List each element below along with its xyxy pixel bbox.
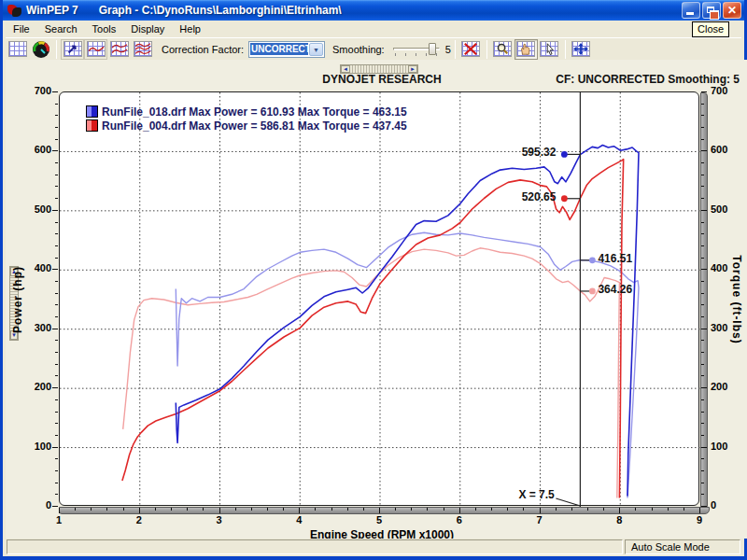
title-bar[interactable]: WinPEP 7 Graph - C:\DynoRuns\Lamborghini… <box>3 0 744 21</box>
graph-export-icon <box>63 41 82 57</box>
pan-graph-button[interactable] <box>514 39 538 60</box>
select-graph-button[interactable] <box>538 39 561 60</box>
right-y-tick-label: 100 <box>711 441 740 452</box>
left-y-tick-label: 700 <box>21 85 51 96</box>
two-run-graph-button[interactable] <box>107 39 131 60</box>
axis-tick <box>55 258 58 259</box>
axis-tick <box>507 508 508 511</box>
legend-row[interactable]: RunFile_018.drf Max Power = 610.93 Max T… <box>86 105 407 119</box>
menu-search[interactable]: Search <box>37 21 85 36</box>
axis-tick <box>139 508 140 513</box>
axis-tick <box>701 506 707 507</box>
axis-tick <box>701 293 704 294</box>
menu-help[interactable]: Help <box>172 21 208 36</box>
x-tick-label: 7 <box>530 514 549 525</box>
axis-tick <box>55 281 58 282</box>
x-tick-label: 3 <box>210 514 229 525</box>
correction-factor-dropdown[interactable]: UNCORRECTED ▼ <box>248 41 325 58</box>
zoom-graph-button[interactable] <box>491 39 514 60</box>
axis-tick <box>701 222 704 223</box>
run-curve <box>123 248 620 498</box>
axis-tick <box>219 508 220 513</box>
legend-swatch-red <box>86 119 98 132</box>
gauge-button[interactable] <box>29 39 52 60</box>
right-y-tick-label: 500 <box>711 203 740 215</box>
right-y-tick-label: 600 <box>711 144 740 155</box>
close-button[interactable]: ✕ <box>723 2 741 19</box>
right-y-tick-label: 200 <box>711 381 740 392</box>
axis-tick <box>55 222 58 223</box>
run-curve <box>122 160 624 498</box>
axis-tick <box>701 281 704 282</box>
axis-tick <box>55 470 58 471</box>
delete-run-button[interactable] <box>459 39 483 60</box>
axis-tick <box>668 508 669 511</box>
axis-tick <box>701 316 704 317</box>
three-run-graph-button[interactable] <box>131 39 154 60</box>
winpep-window: WinPEP 7 Graph - C:\DynoRuns\Lamborghini… <box>0 0 747 560</box>
menu-tools[interactable]: Tools <box>85 21 124 36</box>
axis-tick <box>55 233 58 234</box>
graph-two-runs-icon <box>110 41 129 57</box>
menu-display[interactable]: Display <box>123 21 172 36</box>
graph-one-run-icon <box>87 41 106 57</box>
legend-text: RunFile_004.drf Max Power = 586.81 Max T… <box>102 119 407 133</box>
menu-bar: File Search Tools Display Help <box>6 21 741 37</box>
chevron-down-icon[interactable]: ▼ <box>309 43 323 56</box>
axis-tick <box>55 435 58 436</box>
axis-tick <box>251 508 252 511</box>
axis-tick <box>55 104 58 105</box>
chart-settings-readout: CF: UNCORRECTED Smoothing: 5 <box>556 73 740 86</box>
axis-tick <box>52 447 58 448</box>
axis-tick <box>701 258 704 259</box>
delete-run-icon <box>461 41 480 57</box>
export-graph-button[interactable] <box>61 39 84 60</box>
axis-tick <box>701 245 704 246</box>
axis-tick <box>701 233 704 234</box>
correction-factor-label: Correction Factor: <box>162 44 244 55</box>
minimize-button[interactable] <box>682 2 700 19</box>
slider-thumb[interactable] <box>429 43 436 55</box>
cursor-dot <box>589 257 596 263</box>
axis-tick <box>587 508 588 511</box>
axis-tick <box>55 115 58 116</box>
axis-tick <box>701 91 707 92</box>
axis-tick <box>55 139 58 140</box>
minimize-icon <box>686 12 694 15</box>
axis-tick <box>701 127 704 128</box>
x-tick-label: 5 <box>370 514 388 525</box>
legend-swatch-blue <box>86 105 98 118</box>
plot-area[interactable] <box>59 91 699 506</box>
scroll-right-icon[interactable]: ► <box>408 65 417 73</box>
axis-tick <box>701 186 704 187</box>
scale-axes-button[interactable] <box>570 39 593 60</box>
gauge-icon <box>32 40 50 59</box>
smoothing-slider[interactable] <box>393 41 440 58</box>
axis-tick <box>363 508 364 511</box>
axis-tick <box>55 245 58 246</box>
scroll-left-icon[interactable]: ◄ <box>341 65 350 73</box>
one-run-graph-button[interactable] <box>84 39 107 60</box>
maximize-button[interactable] <box>702 2 721 19</box>
axis-tick <box>701 387 707 388</box>
axis-tick <box>52 387 58 388</box>
scale-axes-icon <box>571 41 590 57</box>
axis-tick <box>235 508 236 511</box>
axis-tick <box>155 508 156 511</box>
left-y-tick-label: 100 <box>21 441 51 452</box>
menu-file[interactable]: File <box>6 21 37 36</box>
axis-tick <box>701 375 704 376</box>
graph-grid-button[interactable] <box>6 39 29 60</box>
axis-tick <box>52 329 58 329</box>
axis-tick <box>55 316 58 317</box>
axis-tick <box>75 508 76 511</box>
axis-tick <box>55 198 58 199</box>
axis-tick <box>701 210 707 211</box>
legend: RunFile_018.drf Max Power = 610.93 Max T… <box>86 105 407 133</box>
axis-tick <box>427 508 428 511</box>
graph-workspace: ◄ ► ▲ ▼ DYNOJET RESEARCH CF: UNCORRECTED… <box>6 60 747 539</box>
axis-tick <box>701 150 707 151</box>
legend-row[interactable]: RunFile_004.drf Max Power = 586.81 Max T… <box>86 119 407 133</box>
chart-title: DYNOJET RESEARCH <box>239 73 525 86</box>
close-tooltip: Close <box>692 21 729 37</box>
